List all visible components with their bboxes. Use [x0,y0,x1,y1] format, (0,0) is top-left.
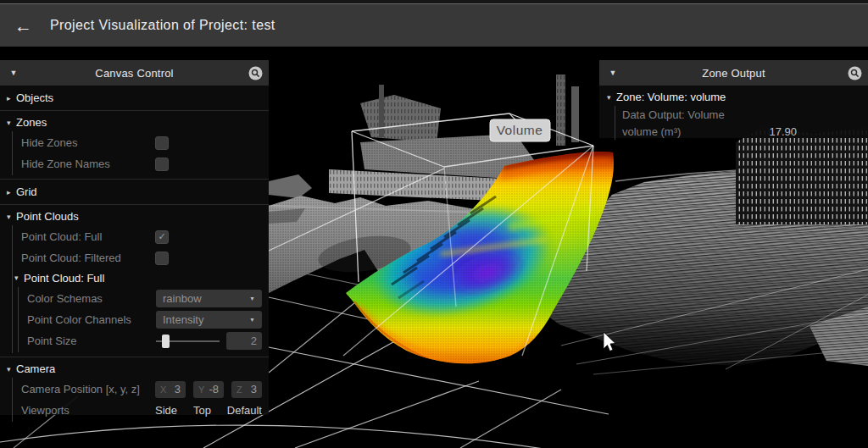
panel-collapse-icon[interactable]: ▼ [599,69,626,77]
point-cloud-full-subsection-header[interactable]: ▾ Point Cloud: Full [13,268,269,287]
point-size-slider-thumb[interactable] [162,335,170,348]
chevron-down-icon: ▾ [7,365,16,373]
chevron-down-icon: ▾ [7,213,16,221]
y-axis-value: -8 [209,383,219,395]
color-schemas-row: Color Schemas rainbow ▼ [19,288,269,309]
point-cloud-filtered-checkbox[interactable] [155,252,169,265]
section-zones: ▾ Zones Hide Zones Hide Zone Names [0,111,269,179]
panel-search-button[interactable] [841,66,868,80]
point-clouds-header[interactable]: ▾ Point Clouds [0,207,269,225]
point-color-channels-value: Intensity [163,313,203,326]
zone-volume-header[interactable]: ▾ Zone: Volume: volume [599,88,868,106]
section-point-clouds: ▾ Point Clouds Point Cloud: Full ✓ Point… [0,205,269,357]
zone-output-header: ▼ Zone Output [599,60,868,86]
y-axis-label: Y [198,384,204,395]
panel-search-button[interactable] [242,66,269,80]
point-size-value-input[interactable]: 2 [226,332,262,350]
check-icon: ✓ [158,232,165,241]
chevron-right-icon: ▸ [7,188,16,196]
chevron-down-icon: ▾ [7,119,16,127]
app-window: Volume ← Project Visualization of Projec… [0,0,868,448]
hide-zone-names-label: Hide Zone Names [21,158,155,170]
chevron-down-icon: ▾ [607,93,616,102]
camera-z-input[interactable]: Z 3 [231,381,262,398]
page-title: Project Visualization of Project: test [50,18,275,33]
hide-zone-names-checkbox[interactable] [155,158,169,171]
hide-zone-names-row: Hide Zone Names [13,153,269,174]
z-axis-label: Z [236,384,242,395]
camera-position-label: Camera Position [x, y, z] [21,383,155,395]
z-axis-value: 3 [251,383,257,395]
hide-zones-checkbox[interactable] [155,136,169,150]
section-objects[interactable]: ▸ Objects [0,86,269,110]
objects-label: Objects [16,91,53,104]
zones-label: Zones [16,116,47,129]
section-grid[interactable]: ▸ Grid [0,180,269,204]
point-color-channels-row: Point Color Channels Intensity ▼ [19,309,269,330]
camera-x-input[interactable]: X 3 [155,381,186,398]
point-color-channels-label: Point Color Channels [27,313,156,326]
viewport-top-button[interactable]: Top [193,404,211,417]
point-cloud-full-label: Point Cloud: Full [21,230,155,243]
zone-volume-label: Zone: Volume: volume [616,91,726,103]
section-camera: ▾ Camera Camera Position [x, y, z] X 3 Y… [0,357,269,425]
color-schemas-dropdown[interactable]: rainbow ▼ [156,290,262,307]
point-size-slider-track[interactable] [156,340,220,342]
camera-label: Camera [16,362,55,375]
canvas-control-panel: ▼ Canvas Control ▸ Objects ▾ Zones [0,60,269,415]
point-clouds-label: Point Clouds [16,210,79,223]
camera-position-row: Camera Position [x, y, z] X 3 Y -8 Z 3 [13,379,269,400]
data-output-label: Data Output: Volume [622,108,725,121]
viewports-label: Viewports [21,404,155,417]
point-cloud-full-checkbox[interactable]: ✓ [155,230,169,244]
volume-value-row: volume (m³) 17.90 [615,123,868,140]
point-size-row: Point Size 2 [19,330,269,351]
canvas-control-header: ▼ Canvas Control [0,60,269,86]
viewport-side-button[interactable]: Side [155,404,177,417]
volume-unit-label: volume (m³) [622,125,681,138]
camera-y-input[interactable]: Y -8 [193,381,224,398]
viewports-row: Viewports Side Top Default [13,400,269,421]
search-icon [848,66,862,80]
panel-collapse-icon[interactable]: ▼ [0,69,27,77]
zone-output-title: Zone Output [626,67,841,80]
chevron-right-icon: ▸ [7,94,16,102]
color-schemas-value: rainbow [163,292,202,305]
point-cloud-filtered-row: Point Cloud: Filtered [13,247,269,268]
color-schemas-label: Color Schemas [27,292,156,305]
back-arrow-icon[interactable]: ← [14,17,32,35]
dropdown-caret-icon: ▼ [249,317,255,323]
dropdown-caret-icon: ▼ [249,296,255,301]
zone-output-panel: ▼ Zone Output ▾ Zone: Volume: volume Dat… [599,60,868,138]
zones-header[interactable]: ▾ Zones [0,113,269,131]
zone-label-text: Volume [497,123,543,137]
hide-zones-row: Hide Zones [13,132,269,153]
point-cloud-filtered-label: Point Cloud: Filtered [21,252,155,264]
data-output-row: Data Output: Volume [615,106,868,123]
point-color-channels-dropdown[interactable]: Intensity ▼ [156,311,262,329]
volume-value: 17.90 [769,125,797,138]
viewport-default-button[interactable]: Default [227,404,262,417]
chevron-down-icon: ▾ [14,274,24,282]
point-size-label: Point Size [27,335,156,347]
point-cloud-full-row: Point Cloud: Full ✓ [13,226,269,247]
window-top-strip [0,0,868,4]
x-axis-value: 3 [175,383,181,395]
point-cloud-full-subsection-label: Point Cloud: Full [24,272,104,285]
camera-header[interactable]: ▾ Camera [0,360,269,378]
gray-point-cloud-wall [736,127,868,224]
grid-label: Grid [16,185,37,198]
zone-label: Volume [490,119,550,141]
hide-zones-label: Hide Zones [21,136,155,149]
app-header: ← Project Visualization of Project: test [0,4,868,47]
x-axis-label: X [160,384,166,395]
canvas-control-title: Canvas Control [27,67,242,80]
search-icon [248,66,263,80]
